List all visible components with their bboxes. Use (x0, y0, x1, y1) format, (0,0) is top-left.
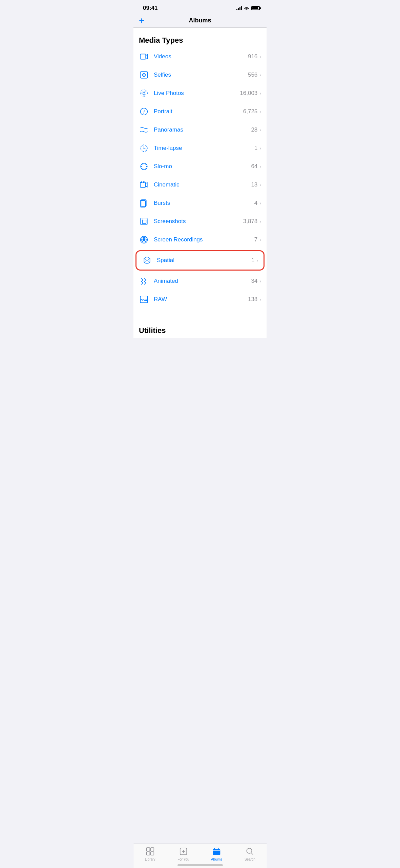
raw-count: 138 (248, 296, 257, 303)
screenshots-count: 3,878 (243, 218, 258, 225)
screen-recordings-count: 7 (254, 236, 257, 243)
panoramas-count: 28 (251, 126, 257, 133)
raw-chevron: › (259, 297, 261, 302)
svg-point-12 (143, 147, 144, 149)
battery-icon (251, 6, 260, 10)
time-lapse-count: 1 (254, 145, 257, 152)
list-item-screen-recordings[interactable]: Screen Recordings 7 › (133, 231, 267, 249)
svg-line-19 (146, 168, 146, 169)
list-item-slo-mo[interactable]: Slo-mo 64 › (133, 157, 267, 176)
selfies-icon (139, 70, 149, 80)
raw-icon: RAW (139, 294, 149, 304)
cinematic-chevron: › (259, 182, 261, 188)
list-item-screenshots[interactable]: Screenshots 3,878 › (133, 212, 267, 231)
animated-chevron: › (259, 278, 261, 284)
portrait-icon: f (139, 106, 149, 117)
list-item-raw[interactable]: RAW RAW 138 › (133, 290, 267, 309)
live-photos-chevron: › (259, 91, 261, 96)
add-button[interactable]: + (139, 16, 144, 25)
videos-label: Videos (154, 53, 248, 60)
list-item-live-photos[interactable]: Live Photos 16,003 › (133, 84, 267, 102)
svg-line-21 (142, 168, 142, 169)
videos-icon (139, 52, 149, 62)
signal-icon (236, 6, 242, 10)
panoramas-label: Panoramas (154, 126, 251, 133)
svg-point-6 (141, 90, 148, 97)
utilities-section: Utilities (133, 318, 267, 338)
selfies-chevron: › (259, 72, 261, 78)
list-item-time-lapse[interactable]: Time-lapse 1 › (133, 139, 267, 157)
list-item-portrait[interactable]: f Portrait 6,725 › (133, 102, 267, 121)
animated-icon (139, 276, 149, 286)
media-types-title: Media Types (139, 36, 183, 44)
screenshots-chevron: › (259, 219, 261, 224)
spatial-icon (142, 255, 152, 265)
screenshots-icon (139, 216, 149, 226)
status-icons (236, 6, 260, 10)
slo-mo-count: 64 (251, 163, 257, 170)
svg-line-18 (142, 164, 142, 165)
svg-line-20 (146, 164, 146, 165)
screenshots-label: Screenshots (154, 218, 243, 225)
slo-mo-chevron: › (259, 164, 261, 169)
svg-point-5 (142, 91, 146, 96)
list-item-bursts[interactable]: Bursts 4 › (133, 194, 267, 212)
panoramas-chevron: › (259, 127, 261, 133)
nav-bar: + Albums (133, 14, 267, 28)
bursts-icon (139, 198, 149, 208)
utilities-header: Utilities (133, 318, 267, 338)
svg-point-31 (143, 238, 146, 241)
list-item-spatial[interactable]: Spatial 1 › (135, 250, 265, 271)
media-types-list: Videos 916 › Selfies 556 › (133, 47, 267, 309)
spatial-label: Spatial (157, 257, 251, 264)
time-lapse-chevron: › (259, 145, 261, 151)
time-lapse-label: Time-lapse (154, 145, 254, 152)
screen-recordings-icon (139, 235, 149, 245)
cinematic-icon (139, 180, 149, 190)
bursts-label: Bursts (154, 200, 254, 206)
nav-title: Albums (189, 17, 211, 24)
list-item-videos[interactable]: Videos 916 › (133, 47, 267, 66)
svg-point-3 (143, 74, 144, 75)
live-photos-label: Live Photos (154, 90, 240, 97)
svg-rect-22 (140, 182, 145, 187)
bursts-count: 4 (254, 200, 257, 206)
utilities-title: Utilities (139, 326, 166, 335)
live-photos-icon (139, 88, 149, 98)
list-item-selfies[interactable]: Selfies 556 › (133, 66, 267, 84)
videos-chevron: › (259, 54, 261, 59)
list-item-cinematic[interactable]: Cinematic 13 › (133, 176, 267, 194)
selfies-label: Selfies (154, 72, 248, 78)
animated-label: Animated (154, 278, 251, 284)
time-lapse-icon (139, 143, 149, 153)
status-bar: 09:41 (133, 0, 267, 14)
list-item-panoramas[interactable]: Panoramas 28 › (133, 121, 267, 139)
screen-recordings-chevron: › (259, 237, 261, 242)
cinematic-count: 13 (251, 181, 257, 188)
svg-point-4 (143, 92, 145, 95)
cinematic-label: Cinematic (154, 181, 251, 188)
svg-text:RAW: RAW (141, 298, 148, 301)
portrait-chevron: › (259, 109, 261, 114)
wifi-icon (244, 6, 249, 10)
selfies-count: 556 (248, 72, 257, 78)
slo-mo-icon (139, 161, 149, 172)
videos-count: 916 (248, 53, 257, 60)
bursts-chevron: › (259, 200, 261, 206)
svg-rect-0 (140, 54, 146, 59)
list-item-animated[interactable]: Animated 34 › (133, 272, 267, 290)
live-photos-count: 16,003 (240, 90, 257, 97)
svg-rect-29 (143, 220, 146, 224)
content-area: Media Types Videos 916 › (133, 28, 267, 338)
panoramas-icon (139, 125, 149, 135)
spatial-chevron: › (256, 258, 258, 263)
media-types-header: Media Types (133, 28, 267, 47)
raw-label: RAW (154, 296, 248, 303)
portrait-label: Portrait (154, 108, 243, 115)
screen-recordings-label: Screen Recordings (154, 236, 254, 243)
svg-text:f: f (143, 109, 145, 114)
portrait-count: 6,725 (243, 108, 258, 115)
spatial-count: 1 (251, 257, 254, 264)
slo-mo-label: Slo-mo (154, 163, 251, 170)
animated-count: 34 (251, 278, 257, 284)
